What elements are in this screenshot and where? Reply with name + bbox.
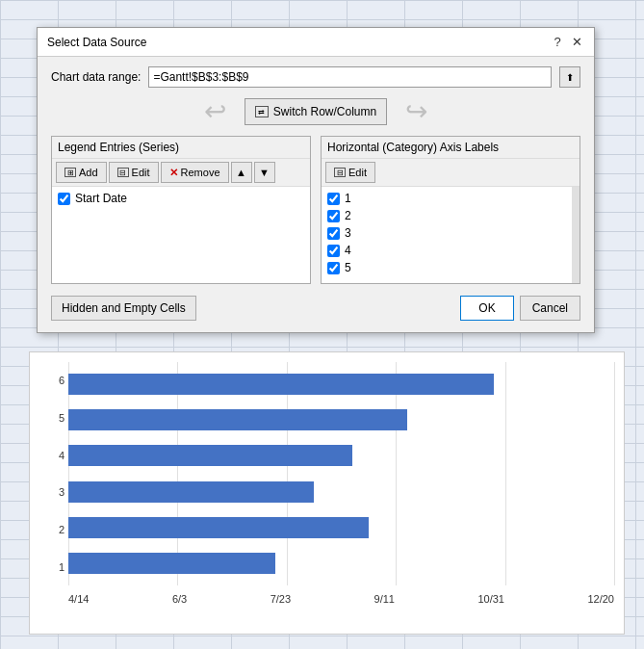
series-checkbox-start-date[interactable]: [58, 193, 70, 205]
switch-row: ↩ ⇄ Switch Row/Column ↪: [51, 97, 580, 126]
axis-label-5: 5: [345, 261, 351, 274]
switch-btn-label: Switch Row/Column: [273, 105, 376, 118]
axis-checkbox-2[interactable]: [327, 210, 340, 222]
edit-series-button[interactable]: ⊟ Edit: [109, 162, 159, 183]
add-series-button[interactable]: ⊞ Add: [56, 162, 107, 183]
add-label: Add: [79, 167, 98, 178]
bar-row-5: [68, 404, 614, 434]
remove-series-button[interactable]: ✕ Remove: [161, 162, 229, 183]
ok-button[interactable]: OK: [460, 296, 513, 321]
help-button[interactable]: ?: [550, 35, 565, 50]
axis-panel: Horizontal (Category) Axis Labels ⊟ Edit…: [321, 136, 580, 284]
axis-panel-header: Horizontal (Category) Axis Labels: [322, 137, 580, 159]
bar-4: [68, 445, 352, 466]
axis-panel-toolbar: ⊟ Edit: [322, 159, 580, 187]
bar-6: [68, 374, 494, 395]
bar-row-4: [68, 441, 614, 471]
x-label-723: 7/23: [270, 593, 291, 605]
axis-checkbox-5[interactable]: [327, 262, 340, 274]
axis-label-2: 2: [345, 209, 351, 222]
switch-icon: ⇄: [255, 106, 269, 117]
series-up-button[interactable]: ▲: [231, 162, 252, 183]
cancel-button[interactable]: Cancel: [520, 296, 580, 321]
dialog-title-bar: Select Data Source ? ✕: [38, 28, 594, 57]
hidden-empty-cells-button[interactable]: Hidden and Empty Cells: [51, 296, 196, 321]
bar-3: [68, 481, 314, 503]
dialog-content: Chart data range: ⬆ ↩ ⇄ Switch Row/Colum…: [38, 57, 594, 332]
bars-container: [68, 362, 614, 585]
chart-range-input[interactable]: [148, 66, 552, 88]
list-item: Start Date: [56, 190, 306, 207]
list-item: 2: [325, 207, 568, 224]
axis-label-3: 3: [345, 226, 351, 240]
edit-axis-button[interactable]: ⊟ Edit: [325, 162, 375, 183]
x-label-414: 4/14: [68, 593, 89, 605]
y-axis-labels: 1 2 3 4 5 6: [32, 362, 64, 585]
dialog-title: Select Data Source: [47, 36, 146, 49]
bottom-row: Hidden and Empty Cells OK Cancel: [51, 294, 580, 323]
axis-checkbox-3[interactable]: [327, 227, 340, 240]
edit-series-icon: ⊟: [117, 168, 129, 177]
bar-row-6: [68, 369, 614, 399]
x-label-1031: 10/31: [477, 593, 504, 605]
bar-5: [68, 409, 407, 430]
y-label-5: 5: [32, 412, 64, 424]
arrow-right: ↪: [387, 97, 445, 126]
legend-panel: Legend Entries (Series) ⊞ Add ⊟ Edit ✕ R…: [51, 136, 311, 284]
bar-row-1: [68, 549, 614, 579]
edit-series-label: Edit: [132, 167, 150, 178]
x-label-1220: 12/20: [587, 593, 614, 605]
chart-range-row: Chart data range: ⬆: [51, 66, 580, 88]
bar-1: [68, 553, 275, 574]
y-label-3: 3: [32, 486, 64, 498]
arrow-left-icon: ↩: [204, 98, 226, 125]
x-axis-labels: 4/14 6/3 7/23 9/11 10/31 12/20: [68, 593, 614, 605]
x-label-911: 9/11: [374, 593, 395, 605]
y-label-4: 4: [32, 450, 64, 461]
collapse-icon: ⬆: [566, 72, 574, 83]
ok-cancel-group: OK Cancel: [460, 296, 580, 321]
close-button[interactable]: ✕: [569, 35, 584, 50]
series-label-start-date: Start Date: [75, 192, 127, 205]
select-data-source-dialog: Select Data Source ? ✕ Chart data range:…: [37, 27, 595, 333]
arrow-right-icon: ↪: [405, 98, 427, 125]
switch-row-column-button[interactable]: ⇄ Switch Row/Column: [245, 98, 387, 125]
axis-checkbox-1[interactable]: [327, 193, 340, 205]
legend-panel-toolbar: ⊞ Add ⊟ Edit ✕ Remove ▲ ▼: [52, 159, 310, 187]
edit-axis-icon: ⊟: [334, 168, 346, 177]
list-item: 3: [325, 224, 568, 242]
chart-inner: 1 2 3 4 5 6: [68, 362, 614, 605]
arrow-left: ↩: [187, 97, 245, 126]
remove-label: Remove: [181, 167, 220, 178]
list-item: 5: [325, 259, 568, 276]
add-icon: ⊞: [64, 168, 76, 177]
axis-label-1: 1: [345, 192, 351, 205]
title-controls: ? ✕: [550, 35, 584, 50]
chart-area: 1 2 3 4 5 6: [29, 351, 625, 635]
axis-list: 1 2 3 4 5: [322, 187, 580, 283]
bar-row-3: [68, 477, 614, 506]
axis-label-4: 4: [345, 244, 351, 257]
list-item: 1: [325, 190, 568, 207]
x-label-63: 6/3: [172, 593, 187, 605]
legend-panel-header: Legend Entries (Series): [52, 137, 310, 159]
bar-row-2: [68, 512, 614, 542]
axis-checkbox-4[interactable]: [327, 245, 340, 257]
y-label-1: 1: [32, 561, 64, 573]
edit-axis-label: Edit: [348, 167, 367, 178]
legend-list: Start Date: [52, 187, 310, 283]
series-down-button[interactable]: ▼: [254, 162, 275, 183]
collapse-button[interactable]: ⬆: [559, 66, 580, 88]
chart-range-label: Chart data range:: [51, 70, 141, 84]
y-label-6: 6: [32, 375, 64, 386]
remove-icon: ✕: [169, 167, 178, 179]
bar-2: [68, 517, 369, 538]
panels-row: Legend Entries (Series) ⊞ Add ⊟ Edit ✕ R…: [51, 136, 580, 284]
y-label-2: 2: [32, 524, 64, 535]
list-item: 4: [325, 242, 568, 259]
